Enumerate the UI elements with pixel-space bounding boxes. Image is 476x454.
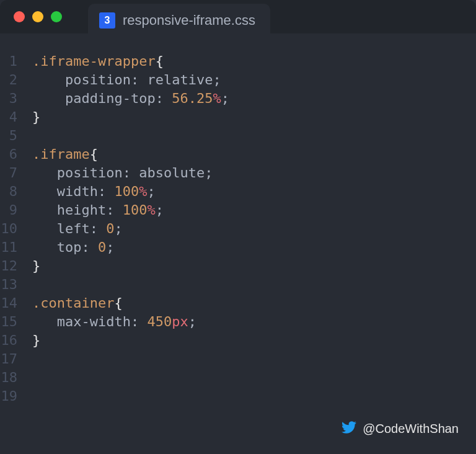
code-line[interactable]: 12} <box>0 257 476 275</box>
code-content: } <box>32 331 40 350</box>
tab-filename: responsive-iframe.css <box>123 12 255 29</box>
line-number: 15 <box>0 313 32 331</box>
window-title-bar: 3 responsive-iframe.css <box>0 0 476 33</box>
code-content: } <box>32 257 40 275</box>
line-number: 5 <box>0 127 32 145</box>
line-number: 10 <box>0 220 32 238</box>
attribution: @CodeWithShan <box>342 420 459 438</box>
line-number: 18 <box>0 368 32 387</box>
code-line[interactable]: 14.container{ <box>0 294 476 313</box>
maximize-icon[interactable] <box>51 11 62 22</box>
code-line[interactable]: 2 position: relative; <box>0 71 476 89</box>
code-content: left: 0; <box>32 220 123 238</box>
code-line[interactable]: 11 top: 0; <box>0 238 476 257</box>
code-line[interactable]: 6.iframe{ <box>0 145 476 164</box>
line-number: 8 <box>0 182 32 201</box>
minimize-icon[interactable] <box>32 11 43 22</box>
line-number: 13 <box>0 275 32 294</box>
code-editor[interactable]: 1.iframe-wrapper{2 position: relative;3 … <box>0 33 476 406</box>
line-number: 4 <box>0 108 32 127</box>
line-number: 19 <box>0 387 32 406</box>
code-line[interactable]: 13 <box>0 275 476 294</box>
code-line[interactable]: 5 <box>0 127 476 145</box>
line-number: 11 <box>0 238 32 257</box>
code-content: .iframe{ <box>32 145 98 164</box>
code-line[interactable]: 15 max-width: 450px; <box>0 313 476 331</box>
code-content: max-width: 450px; <box>32 313 196 331</box>
code-line[interactable]: 3 padding-top: 56.25%; <box>0 89 476 108</box>
line-number: 7 <box>0 164 32 182</box>
code-line[interactable]: 17 <box>0 350 476 368</box>
code-content: padding-top: 56.25%; <box>32 89 229 108</box>
line-number: 14 <box>0 294 32 313</box>
close-icon[interactable] <box>14 11 25 22</box>
code-content: top: 0; <box>32 238 115 257</box>
code-line[interactable]: 19 <box>0 387 476 406</box>
code-line[interactable]: 16} <box>0 331 476 350</box>
code-line[interactable]: 1.iframe-wrapper{ <box>0 52 476 71</box>
code-line[interactable]: 4} <box>0 108 476 127</box>
code-line[interactable]: 10 left: 0; <box>0 220 476 238</box>
file-tab[interactable]: 3 responsive-iframe.css <box>88 4 270 37</box>
code-content: height: 100%; <box>32 201 164 220</box>
code-content: position: relative; <box>32 71 221 89</box>
code-line[interactable]: 7 position: absolute; <box>0 164 476 182</box>
traffic-lights <box>14 11 62 22</box>
line-number: 17 <box>0 350 32 368</box>
css-icon-label: 3 <box>105 15 110 26</box>
code-content: position: absolute; <box>32 164 213 182</box>
code-content: .iframe-wrapper{ <box>32 52 164 71</box>
line-number: 9 <box>0 201 32 220</box>
code-line[interactable]: 9 height: 100%; <box>0 201 476 220</box>
line-number: 2 <box>0 71 32 89</box>
twitter-icon <box>342 420 356 438</box>
line-number: 16 <box>0 331 32 350</box>
code-content: width: 100%; <box>32 182 156 201</box>
line-number: 6 <box>0 145 32 164</box>
line-number: 1 <box>0 52 32 71</box>
code-line[interactable]: 18 <box>0 368 476 387</box>
line-number: 12 <box>0 257 32 275</box>
code-content: .container{ <box>32 294 123 313</box>
code-content: } <box>32 108 40 127</box>
line-number: 3 <box>0 89 32 108</box>
code-line[interactable]: 8 width: 100%; <box>0 182 476 201</box>
css-file-icon: 3 <box>99 12 115 29</box>
attribution-handle: @CodeWithShan <box>363 422 459 436</box>
